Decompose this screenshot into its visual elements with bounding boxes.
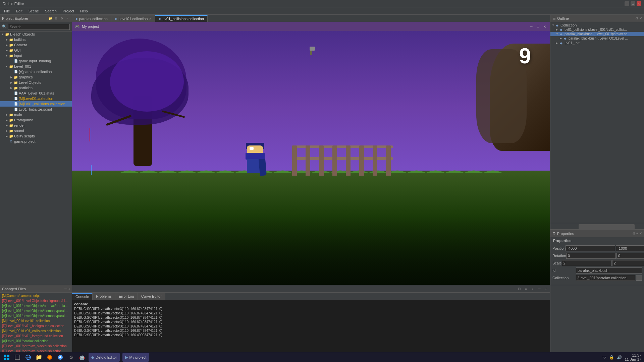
tree-item-aaa-atlas[interactable]: 📄 AAA_Level_001.atlas — [0, 90, 72, 96]
expand-arrow[interactable]: ▶ — [5, 129, 9, 132]
close-icon[interactable]: ✕ — [542, 24, 547, 29]
tree-item-render[interactable]: ▶ 📁 render — [0, 123, 72, 128]
console-tab-console[interactable]: Console — [72, 293, 93, 300]
console-scroll-btn[interactable]: ↓ — [530, 286, 535, 292]
changed-file-lv01-fg[interactable]: [D]Level_001/Lv01_foreground.collection — [0, 334, 72, 339]
search-input[interactable] — [8, 24, 70, 30]
expand-arrow[interactable]: ▶ — [5, 119, 9, 122]
changed-file-bg[interactable]: [D]Level_001/Level Objects/background/bl… — [0, 298, 72, 303]
settings-icon[interactable]: ⚙ — [59, 16, 64, 21]
tree-item-sound[interactable]: ▶ 📁 sound — [0, 128, 72, 133]
tree-item-lv01-init[interactable]: 📄 Lv01_Initialize.script — [0, 107, 72, 112]
tree-item-particles[interactable]: ▶ 📁 particles — [0, 85, 72, 90]
changed-minimize-icon[interactable]: ─ — [64, 287, 67, 291]
menu-help[interactable]: Help — [77, 8, 91, 14]
maximize-button[interactable]: □ — [631, 1, 635, 6]
console-maximize-btn[interactable]: □ — [543, 286, 549, 292]
close-button[interactable]: ✕ — [637, 1, 641, 6]
tree-item-lv01-collisions[interactable]: 📄 [M]Lv01_collisions.collection — [0, 101, 72, 107]
expand-arrow[interactable]: ▼ — [5, 54, 9, 57]
game-canvas[interactable]: 9 — [72, 31, 550, 285]
tree-item-level01-col[interactable]: 📄 [M]Level01.collection — [0, 96, 72, 101]
outline-item-lv01-init[interactable]: ▶ ◆ Lv01_Init — [550, 41, 644, 45]
tab-level01[interactable]: ◆ Level01.collection ✕ — [111, 15, 155, 22]
menu-scene[interactable]: Scene — [26, 8, 42, 14]
changed-file-tilemaps-1[interactable]: [A]Level_001/Level Objects/tilemaps/para… — [0, 308, 72, 313]
console-tab-problems[interactable]: Problems — [93, 293, 115, 300]
prop-collection-value[interactable] — [576, 275, 635, 281]
console-filter-btn[interactable]: ≡ — [523, 286, 529, 292]
prop-scale-x[interactable] — [562, 260, 611, 266]
expand-arrow[interactable]: ▶ — [9, 81, 13, 84]
changed-file-paralax-bla[interactable]: [A]Level_001/Level Objects/paralax/paral… — [0, 303, 72, 308]
collapse-icon[interactable]: ⊟ — [54, 16, 58, 21]
taskbar-file-icon[interactable] — [13, 353, 21, 361]
props-close-icon[interactable]: ✕ — [639, 232, 642, 235]
menu-search[interactable]: Search — [42, 8, 59, 14]
tab-lv01-collisions[interactable]: ◆ Lv01_collisions.collection — [155, 15, 208, 22]
changed-file-tilemaps-2[interactable]: [A]Level_001/Level Objects/tilemaps/para… — [0, 313, 72, 318]
tab-paralax[interactable]: ◆ paralax.collection — [72, 15, 111, 22]
tree-item-gui[interactable]: ▶ 📁 GUI — [0, 48, 72, 53]
prop-rotation-x[interactable] — [566, 253, 616, 259]
taskbar-folder-icon[interactable]: 📁 — [35, 353, 43, 361]
expand-arrow[interactable]: ▶ — [5, 124, 9, 127]
changed-file-parralax-script[interactable]: [D]Level_001/parralax_blackbush.script — [0, 349, 72, 352]
menu-file[interactable]: File — [1, 8, 13, 14]
outline-scrollbar[interactable] — [550, 223, 644, 230]
changed-file-paralax-col[interactable]: [A]Level_001/paralax.collection — [0, 339, 72, 344]
taskbar-defold-app[interactable]: ◆ Defold Editor — [89, 353, 120, 362]
changed-close-icon[interactable]: □ — [68, 287, 70, 291]
tree-item-game-input[interactable]: 📄 game.input_binding — [0, 58, 72, 64]
expand-arrow[interactable]: ▶ — [9, 76, 13, 79]
prop-rotation-y[interactable] — [616, 253, 644, 259]
menu-project[interactable]: Project — [60, 8, 77, 14]
taskbar-misc-icon[interactable]: ⚙ — [67, 353, 75, 361]
outline-close-icon[interactable]: ✕ — [639, 16, 642, 20]
menu-edit[interactable]: Edit — [13, 8, 25, 14]
console-tab-errorlog[interactable]: Error Log — [115, 293, 138, 300]
expand-arrow[interactable]: ▶ — [9, 86, 13, 89]
expand-arrow[interactable]: ▶ — [5, 49, 9, 52]
props-filter-icon[interactable]: ≡ — [636, 232, 638, 235]
taskbar-chrome-icon[interactable] — [56, 353, 64, 361]
changed-file-lv01-col[interactable]: [M]Level_001/Lv01_collisions.collection — [0, 328, 72, 334]
expand-arrow[interactable]: ▼ — [5, 65, 9, 68]
tree-item-utility[interactable]: ▶ 📁 Utility scripts — [0, 133, 72, 139]
expand-arrow[interactable]: ▶ — [5, 38, 9, 41]
outline-item-lv01-col[interactable]: ▶ ◆ Lv01_collisions (/Level_001/Lv01_col… — [550, 27, 644, 32]
tree-item-builtins[interactable]: ▶ 📁 builtins — [0, 37, 72, 42]
tree-item-input[interactable]: ▼ 📁 input — [0, 53, 72, 58]
taskbar-browser-icon[interactable] — [24, 353, 32, 361]
taskbar-myproject-app[interactable]: ▶ My project — [122, 353, 149, 362]
filter-icon[interactable]: ≡ — [65, 16, 70, 21]
expand-arrow[interactable]: ▼ — [1, 33, 5, 36]
taskbar-firefox-icon[interactable] — [46, 353, 54, 361]
changed-file-parralax-bb[interactable]: [D]Level_001/parralax_blackbush.collecti… — [0, 344, 72, 349]
props-settings-icon[interactable]: ⚙ — [632, 232, 635, 235]
taskbar-android-icon[interactable]: 🤖 — [78, 353, 86, 361]
minimize-icon[interactable]: ─ — [529, 24, 534, 29]
prop-scale-y[interactable] — [612, 260, 644, 266]
console-minimize-btn[interactable]: ─ — [537, 286, 542, 292]
changed-file-lv01-bg[interactable]: [D]Level_001/Lv01_background.collection — [0, 323, 72, 328]
outline-item-paralax-blackbush[interactable]: ▼ ◆ paralax_blackbush (/Level_001/parala… — [550, 32, 644, 36]
outline-item-collection[interactable]: ▼ ◆ Collection — [550, 23, 644, 27]
outline-item-paralax-bb-child[interactable]: ▶ ◆ paralax_blackbush (/Level_001/Level … — [550, 36, 644, 41]
outline-settings-icon[interactable]: ⚙ — [635, 16, 638, 20]
tree-item-camera[interactable]: ▶ 📁 Camera — [0, 42, 72, 48]
tree-item-level001[interactable]: ▼ 📁 Level_001 — [0, 64, 72, 69]
tree-item-protagonist[interactable]: ▶ 📁 Protagonist — [0, 117, 72, 123]
prop-collection-browse-btn[interactable]: ... — [636, 276, 642, 281]
new-folder-icon[interactable]: 📁 — [48, 16, 53, 21]
expand-arrow[interactable]: ▶ — [5, 113, 9, 116]
tree-item-game-project[interactable]: ⚙ game.project — [0, 139, 72, 144]
tree-item-bleach-objects[interactable]: ▼ 📁 Bleach Objects — [0, 32, 72, 37]
prop-id-value[interactable] — [576, 267, 642, 274]
taskbar-start-icon[interactable] — [3, 353, 11, 361]
changed-file-camera[interactable]: [M]Camera/camera.script — [0, 293, 72, 298]
prop-position-y[interactable] — [616, 245, 644, 251]
prop-position-x[interactable] — [566, 245, 615, 251]
tab-close-level01[interactable]: ✕ — [149, 17, 152, 20]
tree-item-level-objects[interactable]: ▶ 📁 Level Objects — [0, 80, 72, 85]
